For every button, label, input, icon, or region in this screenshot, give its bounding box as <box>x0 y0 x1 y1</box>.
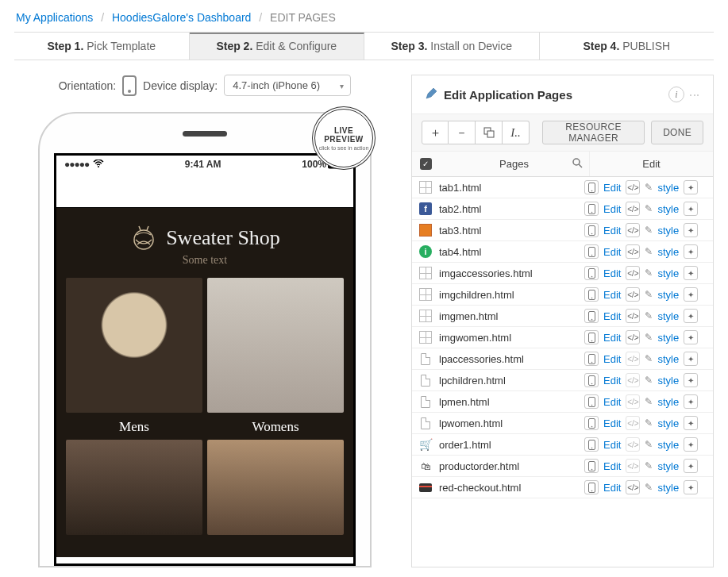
style-link[interactable]: style <box>657 225 679 237</box>
table-row[interactable]: itab4.htmlEdit</>✎style✦ <box>412 241 713 263</box>
add-button[interactable]: ＋ <box>422 121 449 144</box>
pencil-icon[interactable]: ✎ <box>645 332 653 343</box>
edit-link[interactable]: Edit <box>603 332 621 344</box>
edit-link[interactable]: Edit <box>603 482 621 494</box>
resource-manager-button[interactable]: RESOURCE MANAGER <box>542 121 645 144</box>
code-icon[interactable]: </> <box>626 309 640 323</box>
edit-link[interactable]: Edit <box>603 246 621 258</box>
pencil-icon[interactable]: ✎ <box>645 289 653 300</box>
table-row[interactable]: imgaccessories.htmlEdit</>✎style✦ <box>412 263 713 284</box>
edit-link[interactable]: Edit <box>603 267 621 279</box>
table-row[interactable]: imgmen.htmlEdit</>✎style✦ <box>412 306 713 327</box>
table-row[interactable]: lpaccessories.htmlEdit</>✎style✦ <box>412 348 713 370</box>
wizard-step-3[interactable]: Step 3. Install on Device <box>364 33 540 60</box>
device-preview-icon[interactable] <box>584 330 599 344</box>
remove-button[interactable]: － <box>449 121 476 144</box>
table-row[interactable]: red-checkout.htmlEdit</>✎style✦ <box>412 477 713 498</box>
style-link[interactable]: style <box>657 375 679 387</box>
wizard-step-4[interactable]: Step 4. PUBLISH <box>540 33 715 60</box>
style-link[interactable]: style <box>657 289 679 301</box>
settings-icon[interactable]: ✦ <box>684 223 698 237</box>
style-link[interactable]: style <box>657 439 679 451</box>
settings-icon[interactable]: ✦ <box>684 480 698 494</box>
edit-link[interactable]: Edit <box>603 182 621 194</box>
tile-children[interactable] <box>66 440 202 535</box>
duplicate-button[interactable] <box>476 121 503 144</box>
table-row[interactable]: tab3.htmlEdit</>✎style✦ <box>412 220 713 241</box>
settings-icon[interactable]: ✦ <box>684 266 698 280</box>
code-icon[interactable]: </> <box>626 180 640 194</box>
edit-link[interactable]: Edit <box>603 203 621 215</box>
style-link[interactable]: style <box>657 460 679 472</box>
code-icon[interactable]: </> <box>626 287 640 302</box>
live-preview-badge[interactable]: LIVE PREVIEW click to see in action <box>314 109 373 167</box>
style-link[interactable]: style <box>657 332 679 344</box>
device-preview-icon[interactable] <box>584 180 599 194</box>
table-row[interactable]: imgchildren.htmlEdit</>✎style✦ <box>412 284 713 306</box>
search-icon[interactable] <box>572 158 583 171</box>
device-preview-icon[interactable] <box>584 373 599 387</box>
style-link[interactable]: style <box>657 203 679 215</box>
breadcrumb-link-dashboard[interactable]: HoodiesGalore's Dashboard <box>112 11 251 24</box>
device-preview-icon[interactable] <box>584 394 599 409</box>
settings-icon[interactable]: ✦ <box>684 244 698 259</box>
style-link[interactable]: style <box>657 353 679 365</box>
settings-icon[interactable]: ✦ <box>684 416 698 430</box>
device-preview-icon[interactable] <box>584 223 599 237</box>
code-icon[interactable]: </> <box>626 223 640 237</box>
settings-icon[interactable]: ✦ <box>684 373 698 387</box>
tile-womens[interactable] <box>207 278 344 413</box>
table-row[interactable]: 🛍productorder.htmlEdit</>✎style✦ <box>412 456 713 477</box>
edit-link[interactable]: Edit <box>603 439 621 451</box>
table-row[interactable]: imgwomen.htmlEdit</>✎style✦ <box>412 327 713 348</box>
code-icon[interactable]: </> <box>626 480 640 494</box>
code-icon[interactable]: </> <box>626 266 640 280</box>
edit-link[interactable]: Edit <box>603 417 621 429</box>
table-row[interactable]: lpwomen.htmlEdit</>✎style✦ <box>412 413 713 434</box>
style-link[interactable]: style <box>657 246 679 258</box>
device-preview-icon[interactable] <box>584 459 599 473</box>
device-preview-icon[interactable] <box>584 309 599 323</box>
device-preview-icon[interactable] <box>584 287 599 302</box>
edit-link[interactable]: Edit <box>603 375 621 387</box>
settings-icon[interactable]: ✦ <box>684 287 698 302</box>
edit-link[interactable]: Edit <box>603 310 621 322</box>
done-button[interactable]: DONE <box>651 121 703 144</box>
device-preview-icon[interactable] <box>584 416 599 430</box>
rename-button[interactable]: I.. <box>503 121 530 144</box>
pencil-icon[interactable]: ✎ <box>645 182 653 193</box>
code-icon[interactable]: </> <box>626 330 640 344</box>
breadcrumb-link-apps[interactable]: My Applications <box>16 11 93 24</box>
settings-icon[interactable]: ✦ <box>684 309 698 323</box>
settings-icon[interactable]: ✦ <box>684 330 698 344</box>
settings-icon[interactable]: ✦ <box>684 180 698 194</box>
table-row[interactable]: ftab2.htmlEdit</>✎style✦ <box>412 198 713 220</box>
pencil-icon[interactable]: ✎ <box>645 439 653 450</box>
orientation-portrait-icon[interactable] <box>122 75 137 96</box>
edit-link[interactable]: Edit <box>603 460 621 472</box>
pencil-icon[interactable]: ✎ <box>645 460 653 471</box>
style-link[interactable]: style <box>657 396 679 408</box>
edit-link[interactable]: Edit <box>603 353 621 365</box>
pencil-icon[interactable]: ✎ <box>645 225 653 236</box>
code-icon[interactable]: </> <box>626 202 640 216</box>
device-preview-icon[interactable] <box>584 437 599 452</box>
more-icon[interactable]: ⋮ <box>689 90 700 99</box>
settings-icon[interactable]: ✦ <box>684 459 698 473</box>
pencil-icon[interactable]: ✎ <box>645 482 653 493</box>
pencil-icon[interactable]: ✎ <box>645 246 653 257</box>
info-icon[interactable]: i <box>668 87 684 102</box>
settings-icon[interactable]: ✦ <box>684 352 698 366</box>
settings-icon[interactable]: ✦ <box>684 202 698 216</box>
table-row[interactable]: 🛒order1.htmlEdit</>✎style✦ <box>412 434 713 456</box>
pencil-icon[interactable]: ✎ <box>645 396 653 407</box>
table-row[interactable]: tab1.htmlEdit</>✎style✦ <box>412 177 713 198</box>
settings-icon[interactable]: ✦ <box>684 437 698 452</box>
tile-accessories[interactable] <box>207 440 344 535</box>
edit-link[interactable]: Edit <box>603 289 621 301</box>
wizard-step-1[interactable]: Step 1. Pick Template <box>14 33 190 60</box>
code-icon[interactable]: </> <box>626 244 640 259</box>
device-preview-icon[interactable] <box>584 266 599 280</box>
pencil-icon[interactable]: ✎ <box>645 203 653 214</box>
settings-icon[interactable]: ✦ <box>684 394 698 409</box>
